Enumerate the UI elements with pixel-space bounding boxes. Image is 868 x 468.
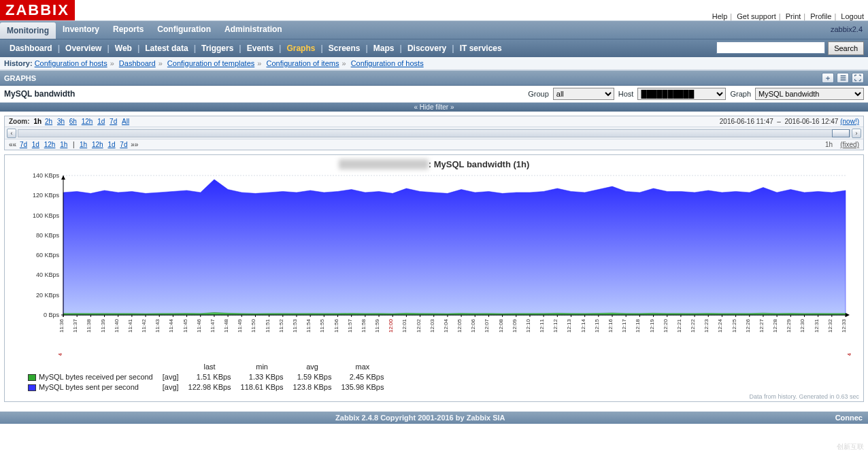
zoom-12h[interactable]: 12h <box>82 118 93 125</box>
subnav-screens[interactable]: Screens <box>329 44 361 53</box>
svg-text:11:38: 11:38 <box>86 318 92 333</box>
history-item[interactable]: Dashboard <box>119 59 156 67</box>
svg-text:12:32: 12:32 <box>827 318 833 333</box>
time-slider[interactable] <box>18 129 850 137</box>
zoom-label: Zoom: <box>9 118 30 125</box>
svg-text:12:27: 12:27 <box>758 318 765 333</box>
shift-fwd-1d[interactable]: 1d <box>107 141 115 148</box>
header-links: Help| Get support| Print| Profile| Logou… <box>712 12 868 20</box>
version-label: zabbix2.4 <box>825 21 868 39</box>
shift-back-7d[interactable]: 7d <box>20 141 27 148</box>
shift-back-12h[interactable]: 12h <box>44 141 56 148</box>
slider-handle[interactable] <box>832 129 850 137</box>
svg-text:12:01: 12:01 <box>401 318 407 333</box>
svg-text:12:02: 12:02 <box>416 318 422 333</box>
shift-back-1h[interactable]: 1h <box>60 141 67 148</box>
zoom-current: 1h <box>34 118 42 125</box>
tab-monitoring[interactable]: Monitoring <box>0 22 56 39</box>
svg-text:11:42: 11:42 <box>141 318 147 333</box>
svg-text:20 KBps: 20 KBps <box>36 292 60 299</box>
graph-select[interactable]: MySQL bandwidth <box>755 88 864 100</box>
subnav-events[interactable]: Events <box>247 44 273 53</box>
svg-text:12:33: 12:33 <box>841 318 847 333</box>
zoom-all[interactable]: All <box>122 118 129 125</box>
svg-text:11:39: 11:39 <box>100 318 106 333</box>
svg-text:12:15: 12:15 <box>594 318 600 333</box>
tab-reports[interactable]: Reports <box>106 21 150 39</box>
subnav-maps[interactable]: Maps <box>373 44 395 53</box>
zoom-6h[interactable]: 6h <box>69 118 77 125</box>
svg-text:12:12: 12:12 <box>552 318 558 333</box>
hide-filter-button[interactable]: « Hide filter » <box>0 103 868 112</box>
time-now[interactable]: (now!) <box>840 118 859 125</box>
link-help[interactable]: Help <box>712 12 728 20</box>
zoom-7d[interactable]: 7d <box>110 118 117 125</box>
subnav-dashboard[interactable]: Dashboard <box>10 44 52 53</box>
svg-text:11:54: 11:54 <box>305 318 312 333</box>
svg-text:12:10: 12:10 <box>525 318 531 333</box>
link-profile[interactable]: Profile <box>810 12 831 20</box>
slider-left-icon[interactable]: ‹ <box>7 129 16 138</box>
favorite-icon[interactable]: ☰ <box>837 73 849 83</box>
svg-text:11:44: 11:44 <box>168 318 174 333</box>
group-label: Group <box>528 90 549 98</box>
zoom-2h[interactable]: 2h <box>45 118 52 125</box>
tab-configuration[interactable]: Configuration <box>150 21 218 39</box>
svg-text:11:51: 11:51 <box>265 318 271 333</box>
svg-text:12:24: 12:24 <box>717 318 723 333</box>
subnav-triggers[interactable]: Triggers <box>201 44 233 53</box>
svg-text:12:09: 12:09 <box>512 318 518 333</box>
svg-text:11:57: 11:57 <box>347 318 353 333</box>
shift-back-sym: «« <box>9 141 16 148</box>
subnav-itservices[interactable]: IT services <box>460 44 502 53</box>
svg-text:11:56: 11:56 <box>333 318 339 333</box>
subnav-graphs[interactable]: Graphs <box>286 44 315 53</box>
search-button[interactable]: Search <box>828 41 864 55</box>
search-input[interactable] <box>716 41 825 54</box>
tab-administration[interactable]: Administration <box>218 21 289 39</box>
subnav-overview[interactable]: Overview <box>65 44 101 53</box>
zoom-3h[interactable]: 3h <box>57 118 65 125</box>
tab-inventory[interactable]: Inventory <box>56 21 106 39</box>
shift-fwd-12h[interactable]: 12h <box>92 141 103 148</box>
svg-text:0 Bps: 0 Bps <box>44 312 60 318</box>
svg-text:60 KBps: 60 KBps <box>36 252 60 258</box>
svg-text:80 KBps: 80 KBps <box>36 232 60 239</box>
svg-text:12:25: 12:25 <box>731 318 737 333</box>
generation-note: Data from history. Generated in 0.63 sec <box>6 393 862 400</box>
fullscreen-icon[interactable]: ⛶ <box>852 73 864 83</box>
primary-nav: Monitoring Inventory Reports Configurati… <box>0 20 868 39</box>
svg-text:12:22: 12:22 <box>690 318 696 333</box>
graph-title: ██████████: MySQL bandwidth (1h) <box>6 159 862 169</box>
group-select[interactable]: all <box>553 88 614 100</box>
svg-text:12:29: 12:29 <box>786 318 792 333</box>
history-item[interactable]: Configuration of hosts <box>351 59 424 67</box>
swatch-received <box>28 374 36 381</box>
subnav-latestdata[interactable]: Latest data <box>145 44 188 53</box>
history-item[interactable]: Configuration of templates <box>167 59 254 67</box>
svg-text:11:55: 11:55 <box>319 318 325 333</box>
shift-fwd-1h[interactable]: 1h <box>80 141 87 148</box>
history-item[interactable]: Configuration of hosts <box>35 59 107 67</box>
svg-text:12:05: 12:05 <box>456 318 463 333</box>
link-logout[interactable]: Logout <box>841 12 864 20</box>
zoom-1d[interactable]: 1d <box>97 118 105 125</box>
shift-back-1d[interactable]: 1d <box>32 141 39 148</box>
svg-text:11:36: 11:36 <box>59 318 65 333</box>
shift-fwd-7d[interactable]: 7d <box>120 141 127 148</box>
add-icon[interactable]: ＋ <box>822 73 834 83</box>
subnav-web[interactable]: Web <box>115 44 132 53</box>
host-select[interactable]: ██████████ <box>637 88 726 100</box>
link-print[interactable]: Print <box>786 12 801 20</box>
svg-text:11:52: 11:52 <box>278 318 284 333</box>
history-item[interactable]: Configuration of items <box>266 59 339 67</box>
footer-copyright: Zabbix 2.4.8 Copyright 2001-2016 by Zabb… <box>335 414 505 422</box>
svg-text:11:47: 11:47 <box>210 318 216 333</box>
svg-text:12:14: 12:14 <box>580 318 586 333</box>
svg-text:12:06: 12:06 <box>470 318 476 333</box>
svg-text:12:18: 12:18 <box>635 318 641 333</box>
slider-right-icon[interactable]: › <box>852 129 861 138</box>
link-support[interactable]: Get support <box>737 12 775 20</box>
subnav-discovery[interactable]: Discovery <box>407 44 446 53</box>
svg-text:16.06 12:34: 16.06 12:34 <box>846 352 852 356</box>
